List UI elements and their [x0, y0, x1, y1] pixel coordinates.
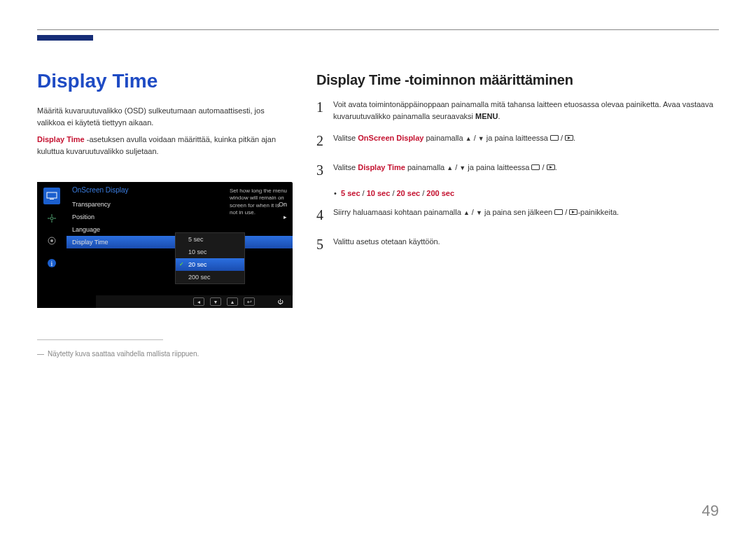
play-icon [565, 135, 573, 141]
step-2: 2 Valitse OnScreen Display painamalla ▲ … [316, 130, 719, 151]
osd-hint: Set how long the menu window will remain… [227, 185, 290, 220]
intro-text: Määritä kuvaruutuvalikko (OSD) sulkeutum… [37, 105, 289, 162]
header-accent [37, 35, 93, 41]
step-number: 2 [316, 130, 333, 151]
step-text: Valitse Display Time painamalla ▲ / ▼ ja… [333, 160, 719, 181]
section-title: Display Time -toiminnon määrittäminen [316, 72, 573, 88]
nav-up-icon: ▴ [227, 297, 238, 306]
header-rule [37, 29, 719, 30]
step-text: Siirry haluamaasi kohtaan painamalla ▲ /… [333, 204, 719, 225]
step-number: 4 [316, 204, 333, 225]
osd-screenshot: i OnScreen Display TransparencyOn Positi… [37, 182, 293, 308]
svg-text:i: i [51, 260, 53, 267]
down-icon: ▼ [459, 164, 465, 171]
page-title: Display Time [37, 70, 158, 92]
nav-left-icon: ◂ [193, 297, 204, 306]
page-number: 49 [702, 502, 719, 520]
step-text: Valitse OnScreen Display painamalla ▲ / … [333, 130, 719, 151]
popup-item-5sec: 5 sec [176, 233, 244, 246]
step-text: Valittu asetus otetaan käyttöön. [333, 234, 719, 255]
footnote-dash: ― [37, 350, 44, 358]
svg-rect-1 [50, 199, 54, 199]
intro-paragraph-2: Display Time -asetuksen avulla voidaan m… [37, 134, 289, 157]
down-icon: ▼ [478, 135, 484, 142]
step-1: 1 Voit avata toimintonäppäinoppaan paina… [316, 97, 719, 122]
up-icon: ▲ [463, 209, 470, 216]
osd-content: OnScreen Display TransparencyOn Position… [66, 182, 293, 308]
rect-icon [554, 209, 563, 215]
svg-point-2 [50, 217, 53, 220]
up-icon: ▲ [447, 164, 453, 171]
rect-icon [550, 135, 559, 141]
nav-return-icon: ↩ [244, 297, 255, 306]
nav-down-icon: ▾ [210, 297, 221, 306]
footnote-rule [37, 339, 163, 340]
svg-point-4 [50, 239, 53, 242]
popup-item-20sec: 20 sec [176, 258, 244, 271]
intro-paragraph-1: Määritä kuvaruutuvalikko (OSD) sulkeutum… [37, 105, 289, 128]
monitor-icon [43, 188, 60, 204]
step-number: 1 [316, 97, 333, 122]
power-icon: ⏻ [274, 297, 286, 306]
steps-list: 1 Voit avata toimintonäppäinoppaan paina… [316, 97, 719, 263]
step-4: 4 Siirry haluamaasi kohtaan painamalla ▲… [316, 204, 719, 225]
popup-item-200sec: 200 sec [176, 271, 244, 283]
down-icon: ▼ [476, 209, 482, 216]
play-icon [569, 209, 578, 215]
menu-label: MENU [475, 112, 498, 120]
footnote-text: Näytetty kuva saattaa vaihdella mallista… [48, 350, 199, 358]
play-icon [547, 164, 555, 170]
arrows-icon [43, 210, 60, 227]
popup-item-10sec: 10 sec [176, 246, 244, 258]
step-number: 5 [316, 234, 333, 255]
options-line: • 5 sec / 10 sec / 20 sec / 200 sec [334, 189, 719, 197]
step-5: 5 Valittu asetus otetaan käyttöön. [316, 234, 719, 255]
step-3: 3 Valitse Display Time painamalla ▲ / ▼ … [316, 160, 719, 181]
up-icon: ▲ [465, 135, 472, 142]
step-number: 3 [316, 160, 333, 181]
rect-icon [531, 164, 540, 170]
osd-bottom-bar: ◂ ▾ ▴ ↩ ⏻ [96, 295, 293, 308]
gear-icon [43, 232, 60, 249]
info-icon: i [43, 255, 60, 272]
highlight-onscreen: OnScreen Display [358, 134, 424, 142]
intro-highlight: Display Time [37, 135, 85, 143]
step-text: Voit avata toimintonäppäinoppaan painama… [333, 97, 719, 122]
svg-rect-0 [47, 192, 57, 198]
highlight-displaytime: Display Time [358, 163, 405, 171]
osd-popup: 5 sec 10 sec 20 sec 200 sec [175, 232, 245, 284]
osd-sidebar: i [37, 182, 66, 308]
